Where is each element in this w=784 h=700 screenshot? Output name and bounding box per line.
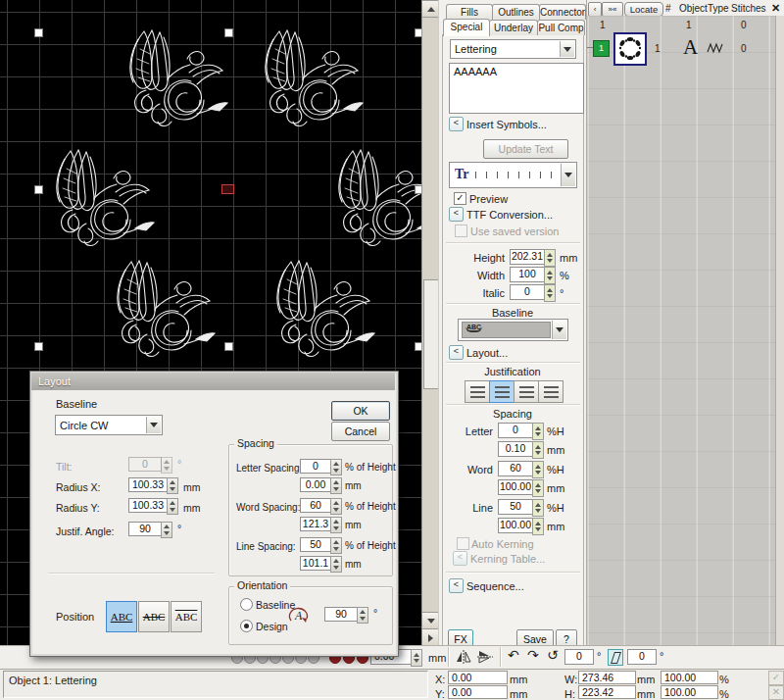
tab-pull-comp[interactable]: Pull Comp	[537, 20, 585, 35]
tab-outlines[interactable]: Outlines	[492, 4, 540, 20]
y-field[interactable]: 0.00	[448, 685, 508, 699]
h-field[interactable]: 223.42	[578, 685, 636, 699]
rotate-ccw-icon[interactable]: ↶	[508, 649, 519, 661]
letter-mm-field[interactable]: 0.10	[498, 441, 533, 457]
tab-connectors[interactable]: Connectors	[539, 4, 586, 20]
letter-spacing-mm-field[interactable]: 0.00	[300, 477, 331, 492]
orientation-angle-field[interactable]: 90	[324, 607, 358, 622]
orientation-design-radio[interactable]	[240, 620, 253, 632]
sequence-expand-button[interactable]: <	[449, 578, 464, 593]
word-mm-spinner[interactable]	[532, 479, 544, 497]
line-spacing-mm-spinner[interactable]	[330, 556, 342, 573]
baseline-dropdown[interactable]: ABC	[458, 319, 568, 341]
sequence-label[interactable]: Sequence...	[466, 580, 524, 592]
tab-special[interactable]: Special	[443, 19, 490, 36]
skew-angle-field[interactable]: 0	[627, 649, 657, 665]
line-spacing-mm-field[interactable]: 101.1	[300, 556, 331, 571]
justif-angle-spinner[interactable]	[161, 522, 172, 538]
panel-close-icon[interactable]: ✕	[771, 2, 780, 14]
position-baseline-above-button[interactable]: ABC	[171, 601, 202, 632]
scrollbar-thumb[interactable]	[423, 279, 439, 389]
insert-symbols-expand-button[interactable]: <	[449, 117, 464, 131]
dropdown-arrow-icon[interactable]	[146, 417, 161, 433]
position-baseline-below-button[interactable]: ABC	[106, 601, 137, 632]
justify-left-button[interactable]	[465, 380, 490, 403]
word-spacing-mm-field[interactable]: 121.3	[300, 517, 331, 531]
radius-y-spinner[interactable]	[167, 498, 178, 515]
dropdown-arrow-icon[interactable]	[552, 321, 566, 339]
word-pct-field[interactable]: 60	[498, 461, 533, 476]
mirror-vertical-icon[interactable]	[476, 649, 494, 665]
mirror-horizontal-icon[interactable]	[455, 649, 472, 665]
selection-handle[interactable]	[224, 342, 233, 351]
w-percent-field[interactable]: 100.00	[661, 671, 718, 684]
h-percent-field[interactable]: 100.00	[661, 685, 718, 699]
tab-fills[interactable]: Fills	[446, 4, 493, 20]
cancel-transform-button[interactable]: ✕	[768, 685, 784, 700]
rotate-icon[interactable]: ↺	[547, 649, 559, 661]
baseline-center-marker[interactable]	[221, 184, 234, 194]
line-mm-field[interactable]: 100.00	[498, 518, 533, 533]
letter-pct-spinner[interactable]	[532, 423, 544, 440]
line-pct-field[interactable]: 50	[498, 499, 533, 515]
update-text-button[interactable]: Update Text	[483, 139, 568, 159]
panel-collapse-button[interactable]: ‹	[588, 2, 602, 17]
word-spacing-mm-spinner[interactable]	[330, 517, 342, 533]
height-field[interactable]: 202.31	[510, 249, 545, 265]
dropdown-arrow-icon[interactable]	[560, 41, 574, 57]
radius-y-field[interactable]: 100.33	[128, 498, 168, 513]
orientation-angle-spinner[interactable]	[357, 607, 368, 624]
object-list-scrollbar[interactable]	[775, 16, 784, 645]
width-field[interactable]: 100	[510, 267, 545, 282]
color-badge[interactable]: 1	[593, 40, 610, 57]
lettering-object-icon[interactable]: A	[683, 35, 698, 60]
italic-field[interactable]: 0	[510, 284, 545, 300]
w-field[interactable]: 273.46	[578, 671, 636, 684]
word-spacing-pct-field[interactable]: 60	[300, 498, 331, 513]
rotate-angle-field[interactable]: 0	[564, 649, 594, 665]
justif-angle-field[interactable]: 90	[128, 522, 162, 536]
tab-underlay[interactable]: Underlay	[489, 20, 538, 35]
letter-spacing-pct-spinner[interactable]	[330, 459, 342, 475]
letter-spacing-pct-field[interactable]: 0	[300, 459, 331, 474]
word-mm-field[interactable]: 100.00	[498, 479, 533, 495]
word-spacing-pct-spinner[interactable]	[330, 498, 342, 515]
layout-label[interactable]: Layout...	[466, 347, 508, 359]
dropdown-arrow-icon[interactable]	[561, 164, 575, 186]
justify-full-button[interactable]	[538, 380, 564, 403]
x-field[interactable]: 0.00	[448, 671, 508, 684]
width-spinner[interactable]	[544, 267, 556, 284]
selection-handle[interactable]	[34, 185, 43, 194]
radius-x-field[interactable]: 100.33	[128, 477, 168, 492]
line-spacing-pct-spinner[interactable]	[330, 537, 342, 554]
line-spacing-pct-field[interactable]: 50	[300, 537, 331, 552]
line-pct-spinner[interactable]	[532, 499, 544, 517]
offset-spinner[interactable]	[411, 649, 422, 667]
position-baseline-middle-button[interactable]: ABC	[138, 601, 170, 632]
insert-symbols-label[interactable]: Insert Symbols...	[466, 119, 547, 130]
radius-x-spinner[interactable]	[167, 477, 178, 494]
rotate-cw-icon[interactable]: ↷	[527, 649, 539, 661]
preview-checkbox[interactable]: ✓	[454, 192, 466, 205]
word-pct-spinner[interactable]	[532, 461, 544, 478]
ok-button[interactable]: OK	[331, 401, 390, 421]
justify-center-button[interactable]	[489, 380, 514, 403]
dialog-baseline-dropdown[interactable]: Circle CW	[55, 415, 163, 435]
font-dropdown[interactable]: Tr	[449, 162, 577, 188]
collapse-all-button[interactable]: »«	[602, 2, 623, 17]
object-list-area[interactable]	[586, 16, 784, 645]
use-saved-version-checkbox[interactable]	[455, 225, 467, 237]
cancel-button[interactable]: Cancel	[331, 422, 390, 441]
selection-handle[interactable]	[34, 28, 43, 37]
kerning-table-expand-button[interactable]: <	[453, 551, 467, 566]
line-mm-spinner[interactable]	[532, 518, 544, 535]
height-spinner[interactable]	[544, 249, 556, 267]
selection-handle[interactable]	[224, 28, 233, 37]
orientation-baseline-radio[interactable]	[240, 598, 253, 611]
layout-expand-button[interactable]: <	[449, 345, 464, 360]
auto-kerning-checkbox[interactable]	[457, 537, 469, 550]
letter-spacing-mm-spinner[interactable]	[330, 477, 342, 494]
confirm-button[interactable]: ✓	[768, 671, 784, 685]
tilt-field[interactable]: 0	[128, 457, 162, 472]
object-type-dropdown[interactable]: Lettering	[450, 39, 576, 59]
